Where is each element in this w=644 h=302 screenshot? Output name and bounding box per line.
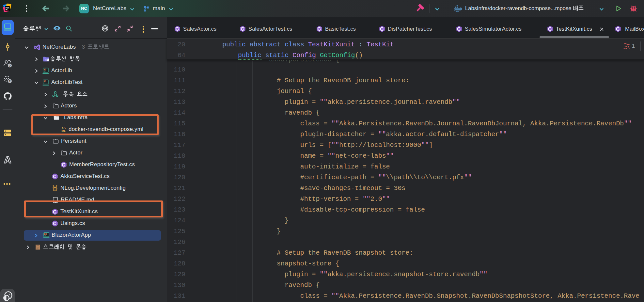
svg-text:RD: RD [6,6,9,9]
svg-text:C#: C# [45,233,47,235]
svg-text:?: ? [9,79,11,83]
svg-text:?: ? [9,64,11,67]
svg-text:C#: C# [44,69,46,71]
svg-text:C#: C# [44,81,46,82]
